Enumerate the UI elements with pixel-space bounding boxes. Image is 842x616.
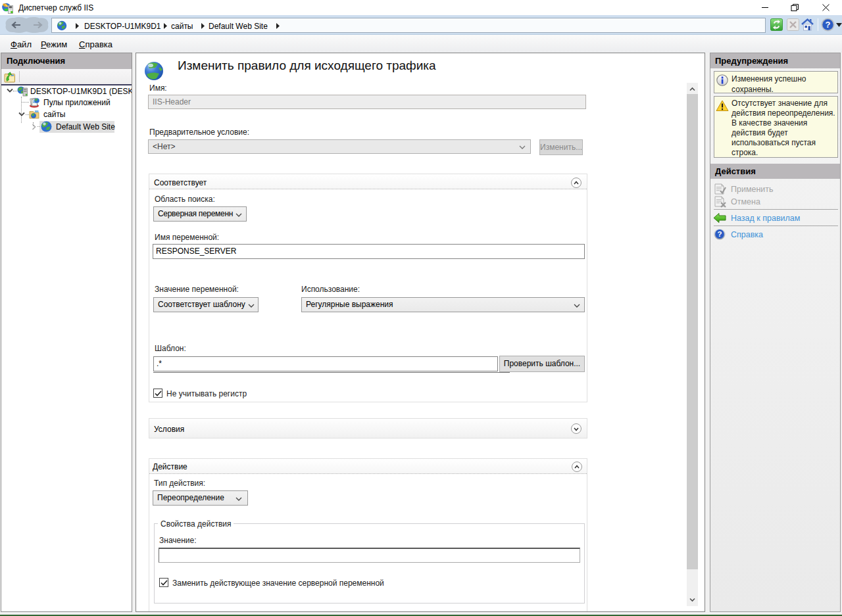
svg-text:?: ? bbox=[826, 20, 831, 30]
svg-text:?: ? bbox=[717, 230, 722, 238]
